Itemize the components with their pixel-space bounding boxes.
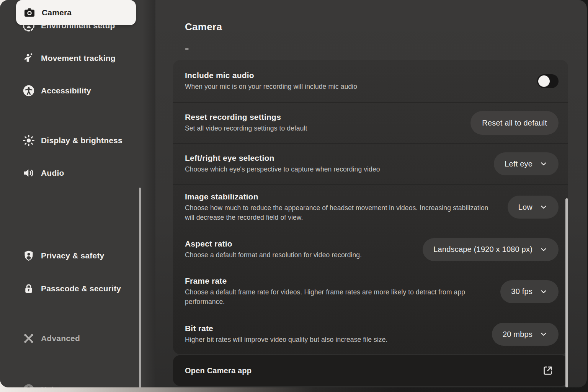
chevron-down-icon	[539, 160, 548, 168]
row-description: Choose how much to reduce the appearance…	[185, 203, 491, 222]
aspect-ratio-dropdown[interactable]: Landscape (1920 x 1080 px)	[423, 238, 559, 261]
sidebar-item-movement-tracking[interactable]: Movement tracking	[0, 46, 139, 70]
audio-icon	[21, 166, 36, 180]
advanced-icon	[21, 331, 36, 346]
sidebar-item-label: Audio	[41, 168, 64, 178]
settings-window: Environment setup Movement tracking Acce…	[0, 0, 587, 387]
sidebar-item-camera[interactable]: Camera	[16, 0, 136, 25]
row-title: Include mic audio	[185, 71, 357, 80]
sidebar-item-label: Display & brightness	[41, 136, 122, 145]
row-description: When your mic is on your recording will …	[185, 82, 357, 91]
external-link-icon	[542, 365, 554, 376]
sidebar-item-label: Privacy & safety	[41, 251, 104, 260]
include-mic-audio-row: Include mic audio When your mic is on yo…	[173, 60, 568, 102]
display-brightness-icon	[21, 133, 36, 148]
row-description: Set all video recording settings to defa…	[185, 124, 307, 133]
sidebar-item-passcode-security[interactable]: Passcode & security	[0, 276, 139, 301]
bit-rate-dropdown[interactable]: 20 mbps	[492, 323, 559, 346]
chevron-down-icon	[539, 287, 548, 296]
row-title: Aspect ratio	[185, 239, 362, 248]
sidebar-item-help[interactable]: Help	[0, 377, 139, 387]
eye-selection-dropdown[interactable]: Left eye	[494, 152, 559, 175]
sidebar-item-label: Movement tracking	[41, 54, 116, 63]
row-title: Left/right eye selection	[185, 154, 380, 163]
frame-rate-dropdown[interactable]: 30 fps	[500, 280, 559, 303]
chevron-down-icon	[539, 203, 548, 211]
reset-recording-settings-row: Reset recording settings Set all video r…	[173, 102, 568, 143]
sidebar-item-accessibility[interactable]: Accessibility	[0, 78, 139, 103]
image-stabilization-dropdown[interactable]: Low	[508, 196, 559, 219]
help-icon	[21, 382, 36, 387]
open-camera-app-label: Open Camera app	[185, 366, 252, 375]
sidebar-item-label: Advanced	[41, 334, 80, 343]
row-title: Image stabilization	[185, 192, 491, 201]
bit-rate-row: Bit rate Higher bit rates will improve v…	[173, 314, 568, 354]
chevron-down-icon	[539, 245, 548, 254]
accessibility-icon	[21, 83, 36, 98]
sidebar-item-display-brightness[interactable]: Display & brightness	[0, 128, 139, 153]
include-mic-audio-toggle[interactable]	[537, 74, 559, 88]
toggle-knob	[538, 75, 550, 87]
row-title: Bit rate	[185, 324, 388, 333]
dropdown-value: 20 mbps	[503, 330, 532, 339]
privacy-safety-icon	[21, 248, 36, 263]
row-title: Frame rate	[185, 276, 491, 286]
passcode-security-icon	[21, 281, 36, 296]
camera-icon	[22, 5, 37, 20]
screen: Environment setup Movement tracking Acce…	[0, 0, 588, 392]
row-description: Choose which eye's perspective to captur…	[185, 165, 380, 174]
sidebar-item-label: Help	[41, 385, 59, 387]
row-description: Higher bit rates will improve video qual…	[185, 335, 388, 345]
page-title: Camera	[185, 21, 222, 33]
sidebar-item-privacy-safety[interactable]: Privacy & safety	[0, 243, 139, 268]
image-stabilization-row: Image stabilization Choose how much to r…	[173, 184, 568, 230]
open-camera-app-row[interactable]: Open Camera app	[173, 355, 568, 386]
chevron-down-icon	[539, 330, 548, 338]
sidebar-item-label: Accessibility	[41, 86, 91, 95]
partial-scrolled-text	[185, 48, 189, 50]
row-title: Reset recording settings	[185, 113, 307, 122]
dropdown-value: Low	[518, 203, 532, 212]
camera-settings-card: Include mic audio When your mic is on yo…	[173, 60, 568, 354]
sidebar-item-label: Passcode & security	[41, 284, 121, 293]
settings-sidebar: Environment setup Movement tracking Acce…	[0, 0, 155, 387]
sidebar-item-advanced[interactable]: Advanced	[0, 326, 139, 351]
sidebar-item-audio[interactable]: Audio	[0, 161, 139, 185]
aspect-ratio-row: Aspect ratio Choose a default format and…	[173, 230, 568, 269]
movement-tracking-icon	[21, 51, 36, 65]
reset-all-to-default-button[interactable]: Reset all to default	[470, 111, 559, 135]
sidebar-scrollbar[interactable]	[139, 188, 141, 387]
dropdown-value: Left eye	[505, 160, 532, 168]
row-description: Choose a default format and resolution f…	[185, 250, 362, 260]
main-scrollbar[interactable]	[565, 198, 568, 387]
dropdown-value: 30 fps	[511, 287, 532, 296]
sidebar-item-label: Camera	[42, 8, 72, 17]
eye-selection-row: Left/right eye selection Choose which ey…	[173, 143, 568, 184]
dropdown-value: Landscape (1920 x 1080 px)	[433, 245, 532, 254]
frame-rate-row: Frame rate Choose a default frame rate f…	[173, 269, 568, 314]
sidebar-shadow-divider	[142, 0, 155, 387]
row-description: Choose a default frame rate for videos. …	[185, 287, 491, 307]
